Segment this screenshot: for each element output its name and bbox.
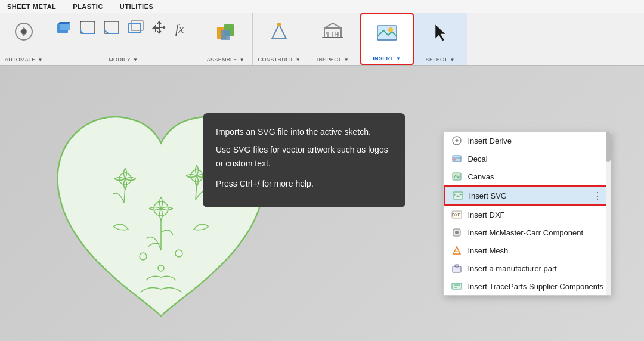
tooltip-line1: Imports an SVG file into the active sket… [216, 125, 392, 138]
mesh-icon [451, 244, 463, 256]
fx-button[interactable]: fx [172, 17, 194, 38]
menu-label-manufacturer: Insert a manufacturer part [467, 264, 557, 273]
move-button[interactable]: + [148, 17, 170, 38]
shell-button[interactable] [125, 17, 146, 38]
svg-rect-6 [129, 23, 141, 33]
menu-label-traceparts: Insert TraceParts Supplier Components [467, 282, 603, 291]
tooltip-line2: Use SVG files for vector artwork such as… [216, 143, 392, 170]
more-options-icon[interactable]: ⋮ [593, 190, 602, 202]
svg-rect-14 [326, 32, 329, 34]
insert-dropdown-menu: Insert Derive Decal Canvas [443, 131, 611, 296]
mcmaster-icon [451, 227, 463, 238]
svg-point-17 [388, 27, 393, 32]
construct-section: CONSTRUCT ▼ [253, 13, 306, 65]
tooltip-box: Imports an SVG file into the active sket… [203, 113, 405, 207]
chamfer-button[interactable] [101, 17, 122, 38]
menu-scrollbar [606, 132, 611, 295]
select-label: SELECT ▼ [426, 57, 455, 63]
construct-label: CONSTRUCT ▼ [258, 57, 301, 63]
nav-plastic[interactable]: PLASTIC [70, 2, 106, 11]
menu-label-mesh: Insert Mesh [467, 246, 508, 255]
modify-label: MODIFY ▼ [109, 57, 138, 63]
push-pull-button[interactable] [53, 17, 75, 38]
menu-item-canvas[interactable]: Canvas [444, 168, 611, 185]
canvas-icon [451, 170, 463, 182]
insert-button[interactable] [372, 18, 402, 48]
svg-rect-35 [455, 265, 459, 267]
dxf-icon: DXF [451, 209, 463, 221]
assemble-section: ASSEMBLE ▼ [199, 13, 253, 65]
nav-sheet-metal[interactable]: SHEET METAL [5, 2, 58, 11]
svg-point-1 [21, 29, 26, 34]
decal-icon [451, 153, 463, 165]
menu-label-mcmaster: Insert McMaster-Carr Component [467, 228, 583, 237]
menu-scrollbar-thumb[interactable] [606, 132, 611, 162]
automate-button[interactable] [9, 17, 39, 46]
select-section: SELECT ▼ [414, 13, 467, 65]
menu-label-insert-svg: Insert SVG [469, 191, 507, 200]
svg-text:|-|: |-| [335, 32, 339, 36]
manufacturer-icon [451, 262, 463, 274]
menu-label-canvas: Canvas [467, 172, 494, 181]
svg-rect-36 [452, 283, 462, 289]
construct-button[interactable] [264, 17, 294, 46]
svg-rect-4 [80, 21, 95, 33]
menu-item-insert-derive[interactable]: Insert Derive [444, 132, 611, 150]
svg-point-33 [455, 231, 459, 234]
svg-text:SVG: SVG [454, 194, 463, 198]
canvas-area: Imports an SVG file into the active sket… [0, 66, 644, 341]
svg-point-26 [453, 159, 456, 161]
automate-section: AUTOMATE ▼ [0, 13, 48, 65]
menu-label-insert-dxf: Insert DXF [467, 210, 504, 219]
inspect-button[interactable]: |-| [318, 17, 348, 46]
traceparts-icon [451, 280, 463, 292]
assemble-label: ASSEMBLE ▼ [207, 57, 244, 63]
menu-label-decal: Decal [467, 154, 487, 163]
svg-icon: SVG [452, 190, 464, 202]
menu-item-insert-svg[interactable]: SVG Insert SVG ⋮ [444, 185, 611, 206]
menu-item-traceparts[interactable]: Insert TraceParts Supplier Components [444, 277, 611, 295]
menu-item-insert-dxf[interactable]: DXF Insert DXF [444, 206, 611, 224]
modify-section: + fx MODIFY ▼ [48, 13, 199, 65]
assemble-button[interactable] [210, 17, 240, 46]
svg-text:fx: fx [175, 22, 184, 36]
menu-item-mesh[interactable]: Insert Mesh [444, 241, 611, 259]
menu-item-decal[interactable]: Decal [444, 150, 611, 168]
select-button[interactable] [425, 17, 455, 46]
menu-item-manufacturer[interactable]: Insert a manufacturer part [444, 259, 611, 277]
inspect-label: INSPECT ▼ [317, 57, 349, 63]
top-nav: SHEET METAL PLASTIC UTILITIES [0, 0, 644, 13]
insert-label: INSERT ▼ [373, 55, 401, 61]
automate-label: AUTOMATE ▼ [5, 57, 43, 63]
inspect-section: |-| INSPECT ▼ [306, 13, 360, 65]
svg-rect-12 [221, 30, 230, 40]
menu-item-mcmaster[interactable]: Insert McMaster-Carr Component [444, 224, 611, 241]
svg-point-13 [277, 23, 281, 26]
insert-section: INSERT ▼ [360, 13, 414, 65]
derive-icon [451, 135, 463, 147]
menu-label-insert-derive: Insert Derive [467, 137, 512, 145]
fillet-button[interactable] [77, 17, 98, 38]
tooltip-shortcut: Press Ctrl+/ for more help. [216, 177, 392, 190]
nav-utilities[interactable]: UTILITIES [117, 2, 156, 11]
main-toolbar: AUTOMATE ▼ [0, 13, 644, 66]
svg-text:DXF: DXF [452, 213, 461, 217]
